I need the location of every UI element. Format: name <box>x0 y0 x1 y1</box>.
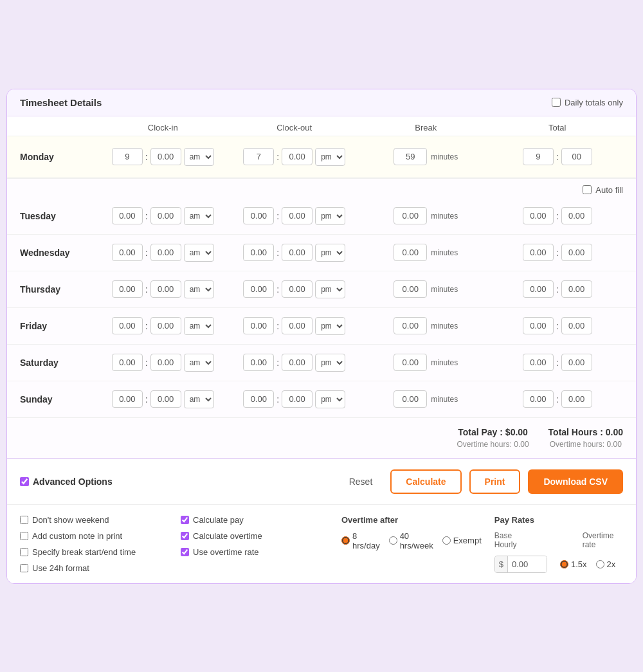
wednesday-total-min[interactable] <box>561 244 592 261</box>
advanced-col2: Calculate pay Calculate overtime Use ove… <box>181 515 329 573</box>
wednesday-clock-in-min[interactable] <box>150 244 181 261</box>
opt-custom-note[interactable]: Add custom note in print <box>20 531 168 541</box>
wednesday-clock-out-hour[interactable] <box>243 244 274 261</box>
sunday-clock-out-min[interactable] <box>282 390 312 408</box>
rate-1-5x[interactable]: 1.5x <box>560 559 587 569</box>
sunday-break-input[interactable] <box>394 390 427 408</box>
tuesday-total-min[interactable] <box>561 207 592 224</box>
wednesday-clock-out-ampm[interactable]: am pm <box>315 244 345 262</box>
thursday-total-hour[interactable] <box>523 280 554 298</box>
saturday-total-min[interactable] <box>561 354 592 371</box>
saturday-clock-in-min[interactable] <box>150 354 181 371</box>
advanced-options-checkbox[interactable] <box>20 477 29 486</box>
friday-clock-out-ampm[interactable]: am pm <box>315 317 345 335</box>
tuesday-clock-out-min[interactable] <box>282 207 312 224</box>
friday-total-hour[interactable] <box>523 317 554 334</box>
advanced-col1: Don't show weekend Add custom note in pr… <box>20 515 168 573</box>
friday-clock-in: : am pm <box>97 317 229 335</box>
saturday-clock-out-hour[interactable] <box>243 354 274 371</box>
tuesday-break-input[interactable] <box>394 207 427 224</box>
opt-break-time[interactable]: Specify break start/end time <box>20 547 168 557</box>
daily-totals-label: Daily totals only <box>565 98 623 107</box>
timesheet-header: Timesheet Details Daily totals only <box>7 89 636 116</box>
friday-clock-out-hour[interactable] <box>243 317 274 334</box>
monday-clock-out: : ampm <box>229 148 361 166</box>
autofill-label[interactable]: Auto fill <box>583 185 623 195</box>
daily-totals-checkbox-label[interactable]: Daily totals only <box>552 98 623 107</box>
sunday-clock-in-min[interactable] <box>150 390 181 408</box>
saturday-total-hour[interactable] <box>523 354 554 371</box>
monday-clock-in-hour[interactable] <box>112 148 143 165</box>
saturday-clock-in-ampm[interactable]: am pm <box>184 354 214 372</box>
tuesday-clock-in-hour[interactable] <box>112 207 143 224</box>
daily-totals-checkbox[interactable] <box>552 98 561 107</box>
pay-rates-title: Pay Rates <box>494 515 623 525</box>
thursday-clock-in-min[interactable] <box>150 280 181 298</box>
tuesday-clock-out-ampm[interactable]: am pm <box>315 207 345 225</box>
tuesday-total-hour[interactable] <box>523 207 554 224</box>
advanced-options-label[interactable]: Advanced Options <box>20 477 113 487</box>
friday-clock-out: : am pm <box>229 317 361 335</box>
thursday-clock-in-ampm[interactable]: am pm <box>184 280 214 298</box>
opt-24h[interactable]: Use 24h format <box>20 563 168 573</box>
friday-clock-in-hour[interactable] <box>112 317 143 334</box>
saturday-break-input[interactable] <box>394 354 427 371</box>
calculate-button[interactable]: Calculate <box>390 469 461 494</box>
opt-no-weekend[interactable]: Don't show weekend <box>20 515 168 525</box>
wednesday-clock-in-ampm[interactable]: am pm <box>184 244 214 262</box>
opt-use-overtime-rate[interactable]: Use overtime rate <box>181 547 329 557</box>
thursday-clock-in-hour[interactable] <box>112 280 143 298</box>
download-csv-button[interactable]: Download CSV <box>528 469 623 494</box>
wednesday-break-input[interactable] <box>394 244 427 261</box>
overtime-exempt[interactable]: Exempt <box>442 536 482 545</box>
reset-button[interactable]: Reset <box>339 471 383 492</box>
friday-total-min[interactable] <box>561 317 592 334</box>
overtime-40hrs[interactable]: 40 hrs/week <box>389 531 433 550</box>
friday-clock-in-min[interactable] <box>150 317 181 334</box>
sunday-clock-out-ampm[interactable]: am pm <box>315 390 345 408</box>
wednesday-clock-out-min[interactable] <box>282 244 312 261</box>
friday-break-input[interactable] <box>394 317 427 334</box>
friday-label: Friday <box>20 321 97 331</box>
friday-clock-out-min[interactable] <box>282 317 312 334</box>
overtime-hours1: Overtime hours: 0.00 <box>457 440 529 449</box>
monday-clock-in-ampm[interactable]: ampm <box>184 148 214 166</box>
sunday-clock-out-hour[interactable] <box>243 390 274 408</box>
tuesday-clock-in-min[interactable] <box>150 207 181 224</box>
saturday-clock-out-ampm[interactable]: am pm <box>315 354 345 372</box>
thursday-clock-out-min[interactable] <box>282 280 312 298</box>
tuesday-clock-out-hour[interactable] <box>243 207 274 224</box>
tuesday-clock-in-ampm[interactable]: am pm <box>184 207 214 225</box>
base-hourly-input-group: $ <box>494 556 547 573</box>
tuesday-row: Tuesday : am pm : am pm <box>7 198 636 235</box>
monday-break-input[interactable] <box>394 148 427 165</box>
thursday-total-min[interactable] <box>561 280 592 298</box>
monday-total-hour[interactable] <box>523 148 554 165</box>
thursday-clock-out-hour[interactable] <box>243 280 274 298</box>
autofill-checkbox[interactable] <box>583 185 592 194</box>
base-hourly-input[interactable] <box>508 556 547 572</box>
wednesday-total-hour[interactable] <box>523 244 554 261</box>
monday-total-min[interactable] <box>561 148 592 165</box>
monday-clock-out-min[interactable] <box>282 148 312 165</box>
rate-2x[interactable]: 2x <box>596 559 616 569</box>
sunday-clock-in-ampm[interactable]: am pm <box>184 390 214 408</box>
thursday-break-input[interactable] <box>394 280 427 298</box>
monday-clock-in-min[interactable] <box>150 148 181 165</box>
friday-clock-in-ampm[interactable]: am pm <box>184 317 214 335</box>
overtime-8hrs[interactable]: 8 hrs/day <box>341 531 380 550</box>
friday-break: minutes <box>360 317 492 334</box>
sunday-total-min[interactable] <box>561 390 592 408</box>
monday-clock-out-hour[interactable] <box>243 148 274 165</box>
sunday-clock-in-hour[interactable] <box>112 390 143 408</box>
thursday-clock-out-ampm[interactable]: am pm <box>315 280 345 298</box>
saturday-clock-out-min[interactable] <box>282 354 312 371</box>
print-button[interactable]: Print <box>469 469 521 494</box>
wednesday-clock-in-hour[interactable] <box>112 244 143 261</box>
thursday-label: Thursday <box>20 284 97 295</box>
monday-clock-out-ampm[interactable]: ampm <box>315 148 345 166</box>
saturday-clock-in-hour[interactable] <box>112 354 143 371</box>
opt-calc-overtime[interactable]: Calculate overtime <box>181 531 329 541</box>
sunday-total-hour[interactable] <box>523 390 554 408</box>
opt-calc-pay[interactable]: Calculate pay <box>181 515 329 525</box>
